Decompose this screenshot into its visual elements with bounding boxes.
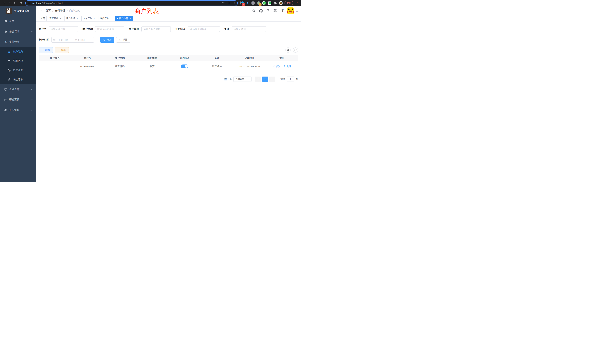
sidebar-item-workflow[interactable]: 工作流程 [0,105,36,115]
share-icon[interactable] [227,1,230,5]
full-name-input[interactable] [95,26,124,32]
tab-merchant-info[interactable]: 商户信息× [115,16,133,21]
tab-home[interactable]: 首页 [39,16,46,21]
cell-merchant-no: M233666999 [71,61,104,72]
sidebar: 芋道管理系统 首页 系统管理 ¥ 支付管理 [0,6,36,182]
browser-reload-icon[interactable] [13,1,17,5]
fullscreen-icon[interactable] [273,9,277,12]
top-navbar: 首页 / 支付管理 / 商户信息 TT [36,6,301,15]
add-button[interactable]: 新增 [39,47,53,53]
sidebar-item-home[interactable]: 首页 [0,16,36,26]
col-create-time: 创建时间 [233,55,266,61]
chevron-down-icon [216,28,218,30]
monitor-icon [4,88,7,91]
gem-icon[interactable] [246,1,249,5]
status-select-input[interactable] [188,26,220,32]
chevron-up-icon [31,41,33,43]
col-short-name: 商户简称 [136,55,169,61]
browser-forward-icon[interactable] [7,1,12,5]
sidebar-item-label: 商户信息 [13,50,23,53]
cell-full-name: 芋道源码 [104,61,136,72]
delete-link[interactable]: 删除 [283,65,291,68]
browser-home-icon[interactable] [19,1,23,5]
close-icon[interactable]: × [129,17,132,20]
status-toggle[interactable] [181,64,188,68]
tab-refund-order[interactable]: 退款订单× [98,16,114,21]
sidebar-item-system[interactable]: 系统管理 [0,26,36,37]
breadcrumb-home[interactable]: 首页 [46,9,51,12]
search-button[interactable]: 搜索 [100,37,114,43]
collapse-sidebar-icon[interactable] [39,9,43,13]
font-size-icon[interactable]: TT [280,9,284,13]
tab-user-group[interactable]: 用户分组× [64,16,80,21]
notification-extension-icon[interactable]: 1 [257,1,260,5]
close-icon[interactable]: × [93,17,96,20]
extension-blocks-icon[interactable]: 10 [240,1,244,5]
reset-button[interactable]: 重置 [116,37,130,43]
page-number-1[interactable]: 1 [262,76,268,82]
yuque-extension-icon[interactable]: y [262,1,266,5]
chat-extension-icon[interactable] [268,1,271,5]
end-date-input[interactable] [73,39,87,41]
edit-link[interactable]: 修改 [272,65,280,68]
active-tab-dot [117,18,118,19]
sidebar-item-dev-tools[interactable]: 研发工具 [0,95,36,105]
store-icon [8,50,11,53]
sidebar-item-label: 支付管理 [9,40,20,43]
close-icon[interactable]: × [110,17,112,20]
col-full-name: 商户全称 [104,55,136,61]
cell-remark: 我是备注 [201,61,233,72]
bookmark-star-icon[interactable]: ☆ [233,2,236,5]
grid-icon [8,60,11,63]
sidebar-item-infrastructure[interactable]: 基础设施 [0,84,36,95]
start-date-input[interactable] [56,39,70,41]
payment-submenu: 商户信息 应用信息 ¥ 支付订单 退款订单 [0,47,36,84]
github-icon[interactable] [259,9,263,13]
app-logo[interactable]: 芋道管理系统 [0,6,36,16]
prev-page-button[interactable] [255,76,261,82]
full-name-label: 商户全称 [83,27,93,31]
cell-short-name: 芋艿 [136,61,169,72]
header-search-icon[interactable] [252,9,255,12]
breadcrumb-section[interactable]: 支付管理 [55,9,65,12]
pagination: 共 1 条 10条/页 1 前往 页 [39,76,298,82]
puzzle-extensions-icon[interactable] [273,1,277,5]
url-text: localhost:1024/pay/merchant [32,2,63,4]
merchant-no-input[interactable] [49,26,78,32]
sidebar-item-merchant-info[interactable]: 商户信息 [0,47,36,56]
cell-actions: 修改 删除 [266,61,298,72]
close-icon[interactable]: × [59,17,62,20]
remark-input[interactable] [232,26,266,32]
total-count: 共 1 条 [225,77,232,81]
browser-menu-icon[interactable]: ⋮ [295,1,299,5]
chrome-update-button[interactable]: 更新 [284,1,293,5]
close-icon[interactable]: × [76,17,79,20]
short-name-label: 商户简称 [129,27,139,31]
password-key-icon[interactable] [222,1,225,5]
user-avatar[interactable] [287,7,294,14]
tab-pay-order[interactable]: 支付订单× [81,16,97,21]
status-select[interactable]: 请选择开启状态 [188,26,220,32]
site-info-icon[interactable] [27,2,30,5]
address-bar[interactable]: localhost:1024/pay/merchant ☆ [26,1,237,6]
browser-back-icon[interactable] [2,1,6,5]
tab-process-form[interactable]: 流程表单× [48,16,63,21]
short-name-input[interactable] [141,26,171,32]
sidebar-item-app-info[interactable]: 应用信息 [0,56,36,66]
help-question-icon[interactable] [266,9,270,12]
command-extension-icon[interactable]: ⌘ [251,1,255,5]
logo-rabbit-image [6,8,12,14]
avatar-dropdown-caret[interactable] [296,11,298,13]
refresh-button[interactable] [293,47,298,53]
sidebar-item-refund-order[interactable]: 退款订单 [0,75,36,84]
export-button[interactable]: 导出 [55,47,69,53]
sidebar-item-payment[interactable]: ¥ 支付管理 [0,37,36,47]
goto-page-input[interactable] [287,76,294,82]
page-size-select[interactable]: 10条/页 [233,76,251,82]
toggle-search-button[interactable] [285,47,291,53]
profile-emoji-avatar[interactable] [279,1,283,5]
col-merchant-no: 商户号 [71,55,104,61]
create-time-range-picker[interactable]: - [51,37,94,43]
next-page-button[interactable] [269,76,275,82]
sidebar-item-pay-order[interactable]: ¥ 支付订单 [0,66,36,75]
